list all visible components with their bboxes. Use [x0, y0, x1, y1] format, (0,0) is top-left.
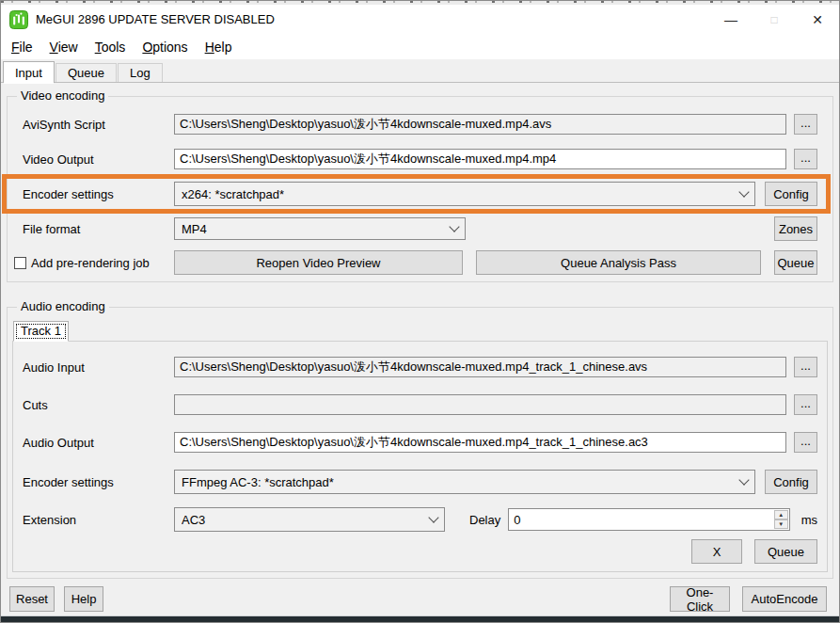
maximize-icon[interactable]: □ [753, 5, 796, 34]
audio-group-title: Audio encoding [17, 299, 109, 313]
audio-input-browse-button[interactable]: ... [794, 357, 817, 377]
delay-spinner [773, 509, 789, 530]
video-config-button[interactable]: Config [765, 182, 817, 206]
screenshot-edge-artifact [1, 615, 839, 622]
avisynth-browse-button[interactable]: ... [794, 114, 817, 135]
extension-row: Extension AC3 Delay ms [23, 507, 817, 532]
audio-output-row: Audio Output ... [23, 432, 817, 453]
audio-input-row: Audio Input ... [23, 357, 817, 377]
menu-tools[interactable]: Tools [87, 37, 135, 57]
audio-queue-button[interactable]: Queue [754, 539, 817, 564]
zones-button[interactable]: Zones [774, 216, 817, 241]
cuts-browse-button[interactable]: ... [794, 394, 817, 415]
extension-select[interactable]: AC3 [174, 507, 445, 532]
prerender-check-area: Add pre-rendering job [14, 256, 174, 270]
tab-input[interactable]: Input [3, 61, 55, 83]
audio-encoder-settings-label: Encoder settings [23, 475, 174, 489]
help-button[interactable]: Help [64, 586, 103, 612]
video-output-browse-button[interactable]: ... [794, 149, 817, 169]
menu-bar: File View Tools Options Help [1, 34, 839, 59]
audio-output-label: Audio Output [23, 436, 174, 450]
megui-window: MeGUI 2896 UPDATE SERVER DISABLED — □ ✕ … [0, 0, 840, 623]
extension-label: Extension [23, 513, 174, 527]
chevron-down-icon [428, 512, 438, 522]
autoencode-button[interactable]: AutoEncode [742, 586, 827, 612]
menu-options[interactable]: Options [134, 37, 196, 57]
chevron-down-icon [738, 186, 749, 197]
video-output-label: Video Output [23, 152, 174, 167]
video-output-input[interactable] [174, 149, 786, 169]
megui-logo-icon [9, 10, 28, 29]
close-icon[interactable]: ✕ [796, 5, 839, 34]
cuts-label: Cuts [23, 398, 174, 412]
audio-input-input[interactable] [174, 357, 786, 377]
reset-button[interactable]: Reset [9, 586, 55, 612]
audio-output-input[interactable] [174, 432, 786, 453]
main-tabstrip: Input Queue Log [1, 59, 839, 83]
delay-unit-label: ms [801, 513, 817, 527]
avisynth-script-label: AviSynth Script [23, 118, 174, 132]
cuts-row: Cuts ... [23, 394, 817, 415]
delay-input[interactable] [508, 508, 789, 531]
audio-input-label: Audio Input [23, 360, 174, 375]
audio-output-browse-button[interactable]: ... [794, 432, 817, 453]
video-group-title: Video encoding [17, 88, 108, 103]
delay-label: Delay [469, 513, 500, 527]
video-output-row: Video Output ... [23, 149, 817, 169]
menu-help[interactable]: Help [197, 37, 241, 57]
add-prerendering-job-checkbox[interactable] [14, 257, 26, 269]
spinner-down-icon[interactable] [774, 519, 788, 529]
one-click-button[interactable]: One-Click [670, 586, 730, 612]
audio-config-button[interactable]: Config [765, 470, 817, 494]
prerender-row: Add pre-rendering job Reopen Video Previ… [23, 250, 817, 275]
menu-view[interactable]: View [41, 37, 87, 57]
remove-track-button[interactable]: X [691, 539, 742, 564]
audio-encoding-group: Audio encoding Track 1 Audio Input ... C… [7, 307, 833, 579]
footer-bar: Reset Help One-Click AutoEncode [7, 579, 833, 612]
audio-encoder-settings-row: Encoder settings FFmpeg AC-3: *scratchpa… [23, 470, 817, 494]
spinner-up-icon[interactable] [774, 510, 788, 519]
tab-track-1[interactable]: Track 1 [13, 321, 69, 342]
tab-log[interactable]: Log [118, 63, 163, 83]
reopen-video-preview-button[interactable]: Reopen Video Preview [174, 250, 463, 275]
video-queue-button[interactable]: Queue [774, 250, 817, 275]
delay-field [508, 508, 789, 531]
window-title: MeGUI 2896 UPDATE SERVER DISABLED [36, 12, 275, 26]
cuts-input[interactable] [174, 394, 786, 415]
video-encoder-settings-row: Encoder settings x264: *scratchpad* Conf… [23, 182, 817, 206]
chevron-down-icon [738, 474, 749, 485]
add-prerendering-job-label: Add pre-rendering job [31, 256, 150, 270]
avisynth-script-input[interactable] [174, 114, 786, 135]
input-tab-page: Video encoding AviSynth Script ... Video… [1, 83, 839, 615]
video-encoding-group: Video encoding AviSynth Script ... Video… [7, 96, 833, 282]
video-encoder-settings-select[interactable]: x264: *scratchpad* [174, 182, 755, 206]
file-format-label: File format [23, 222, 174, 236]
avisynth-script-row: AviSynth Script ... [23, 114, 817, 135]
audio-encoder-settings-select[interactable]: FFmpeg AC-3: *scratchpad* [174, 470, 755, 494]
minimize-icon[interactable]: — [709, 5, 753, 34]
audio-actions-row: X Queue [23, 539, 817, 564]
video-encoder-settings-label: Encoder settings [23, 187, 174, 201]
titlebar: MeGUI 2896 UPDATE SERVER DISABLED — □ ✕ [1, 5, 839, 34]
file-format-row: File format MP4 Zones [23, 216, 817, 241]
chevron-down-icon [449, 221, 459, 232]
window-controls: — □ ✕ [709, 5, 839, 34]
file-format-select[interactable]: MP4 [174, 217, 466, 240]
queue-analysis-pass-button[interactable]: Queue Analysis Pass [476, 250, 761, 275]
tab-queue[interactable]: Queue [55, 63, 117, 83]
track-1-page: Audio Input ... Cuts ... Audio Output ..… [12, 341, 828, 572]
menu-file[interactable]: File [3, 37, 41, 57]
